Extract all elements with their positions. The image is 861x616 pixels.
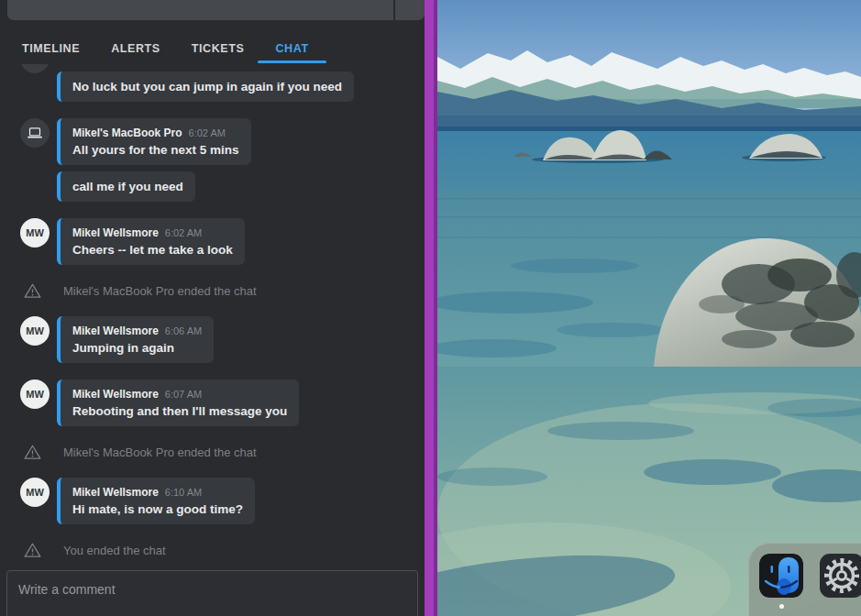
user-avatar: MW — [20, 380, 50, 409]
tab-tickets[interactable]: TICKETS — [192, 42, 245, 55]
system-event-text: You ended the chat — [63, 544, 166, 557]
message-author: Mikel's MacBook Pro — [72, 126, 182, 139]
remote-desktop-screen[interactable] — [437, 0, 861, 616]
warning-icon — [24, 282, 41, 299]
chat-bubble: No luck but you can jump in again if you… — [57, 72, 354, 102]
chat-bubble: Mikel Wellsmore6:06 AMJumping in again — [57, 316, 214, 363]
message-author: Mikel Wellsmore — [72, 486, 159, 499]
message-timestamp: 6:10 AM — [165, 487, 202, 498]
message-timestamp: 6:07 AM — [165, 389, 202, 400]
chat-bubble: call me if you need — [57, 171, 195, 202]
system-event-text: Mikel's MacBook Pro ended the chat — [63, 446, 257, 459]
system-event-row: Mikel's MacBook Pro ended the chat — [20, 281, 425, 300]
chat-message-list[interactable]: No luck but you can jump in again if you… — [0, 64, 425, 570]
finder-running-indicator — [779, 604, 784, 609]
gear-icon — [823, 557, 860, 594]
tab-bar: TIMELINEALERTSTICKETSCHAT — [0, 20, 425, 64]
message-text: Hi mate, is now a good time? — [72, 501, 243, 517]
user-avatar: MW — [20, 316, 50, 346]
dock — [748, 543, 861, 616]
top-toolbar-field[interactable] — [7, 0, 425, 20]
top-toolbar[interactable] — [0, 0, 425, 20]
top-toolbar-divider — [393, 0, 395, 20]
system-settings-icon[interactable] — [820, 554, 861, 598]
chat-message-row: MWMikel Wellsmore6:07 AMRebooting and th… — [20, 380, 425, 426]
message-text: No luck but you can jump in again if you… — [72, 79, 342, 94]
chat-bubble: Mikel's MacBook Pro6:02 AMAll yours for … — [57, 118, 251, 165]
chat-bubble: Mikel Wellsmore6:07 AMRebooting and then… — [57, 380, 299, 426]
message-text: All yours for the next 5 mins — [72, 142, 239, 158]
message-text: Jumping in again — [72, 340, 202, 356]
message-text: Cheers -- let me take a look — [72, 242, 233, 258]
chat-message-row: MWMikel Wellsmore6:10 AMHi mate, is now … — [20, 478, 425, 524]
tab-alerts[interactable]: ALERTS — [111, 42, 160, 55]
split-drag-handle[interactable] — [425, 0, 437, 616]
message-text: Rebooting and then I'll message you — [72, 403, 287, 419]
system-event-row: Mikel's MacBook Pro ended the chat — [20, 443, 425, 461]
tab-chat[interactable]: CHAT — [275, 42, 308, 55]
system-event-row: You ended the chat — [20, 541, 425, 559]
chat-message-row: No luck but you can jump in again if you… — [20, 72, 425, 102]
system-event-text: Mikel's MacBook Pro ended the chat — [63, 284, 257, 298]
message-author: Mikel Wellsmore — [72, 324, 159, 337]
chat-message-row: MWMikel Wellsmore6:06 AMJumping in again — [20, 316, 425, 363]
chat-bubble: Mikel Wellsmore6:10 AMHi mate, is now a … — [57, 478, 255, 524]
message-timestamp: 6:06 AM — [165, 325, 202, 336]
warning-icon — [24, 542, 41, 558]
message-timestamp: 6:02 AM — [189, 127, 226, 138]
comment-input[interactable] — [6, 570, 418, 616]
chat-message-row: MWMikel Wellsmore6:02 AMCheers -- let me… — [20, 218, 425, 265]
chat-bubble: Mikel Wellsmore6:02 AMCheers -- let me t… — [57, 218, 245, 265]
tab-timeline[interactable]: TIMELINE — [22, 42, 80, 55]
chat-panel: TIMELINEALERTSTICKETSCHAT No luck but yo… — [0, 0, 425, 616]
user-avatar: MW — [20, 218, 50, 248]
comment-composer — [0, 570, 425, 616]
device-avatar — [20, 118, 50, 148]
warning-icon — [24, 444, 41, 460]
chat-message-row: Mikel's MacBook Pro6:02 AMAll yours for … — [20, 118, 425, 165]
message-timestamp: 6:02 AM — [165, 227, 202, 238]
message-author: Mikel Wellsmore — [72, 388, 159, 401]
message-text: call me if you need — [72, 179, 183, 194]
chat-message-row: call me if you need — [20, 171, 425, 202]
message-author: Mikel Wellsmore — [72, 226, 159, 239]
laptop-icon — [25, 123, 45, 143]
finder-icon[interactable] — [759, 554, 803, 598]
user-avatar: MW — [20, 478, 50, 507]
wallpaper-image — [437, 0, 861, 616]
